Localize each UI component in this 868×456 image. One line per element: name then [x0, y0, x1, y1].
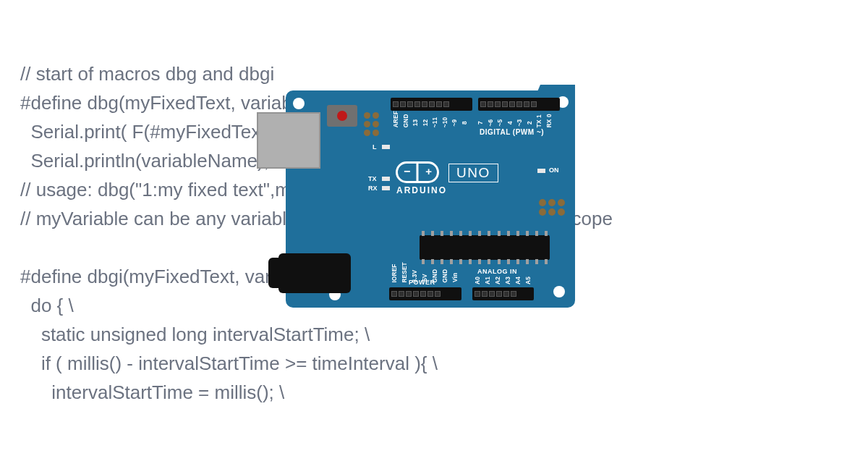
digital-header-right[interactable] [478, 98, 560, 111]
led-L-label: L [373, 143, 377, 151]
led-RX-label: RX [368, 185, 378, 192]
led-TX-label: TX [368, 175, 377, 182]
digital-label: DIGITAL (PWM ~) [480, 128, 544, 136]
uno-text: UNO [448, 164, 498, 182]
atmega-chip [420, 235, 550, 260]
analog-header[interactable] [472, 287, 534, 300]
digital-pin-labels: AREF GND 13 12 ~11 ~10 ~9 8 7 ~6 ~5 4 ~3… [391, 119, 554, 126]
barrel-jack [278, 253, 351, 293]
icsp-header [539, 199, 565, 216]
usb-port [257, 112, 320, 169]
analog-label: ANALOG IN [477, 268, 517, 275]
led-ON-label: ON [549, 166, 559, 174]
mount-hole [553, 286, 565, 297]
reset-button[interactable] [327, 105, 357, 127]
led-RX [382, 186, 390, 190]
led-L [382, 145, 390, 149]
icsp-header-small [364, 112, 379, 136]
mcu-pins-bot [422, 259, 548, 264]
power-header[interactable] [389, 287, 461, 300]
led-ON [537, 169, 545, 173]
mcu-pins-top [422, 231, 548, 236]
analog-pin-labels: A0 A1 A2 A3 A4 A5 [472, 277, 533, 284]
arduino-text: ARDUINO [396, 185, 447, 195]
mount-hole [293, 98, 305, 109]
digital-header-left[interactable] [391, 98, 472, 111]
arduino-uno-board[interactable]: AREF GND 13 12 ~11 ~10 ~9 8 7 ~6 ~5 4 ~3… [257, 90, 575, 318]
led-TX [382, 177, 390, 181]
arduino-logo-icon [396, 161, 439, 183]
power-pin-labels: IOREF RESET 3.3V 5V GND GND Vin [389, 274, 460, 281]
